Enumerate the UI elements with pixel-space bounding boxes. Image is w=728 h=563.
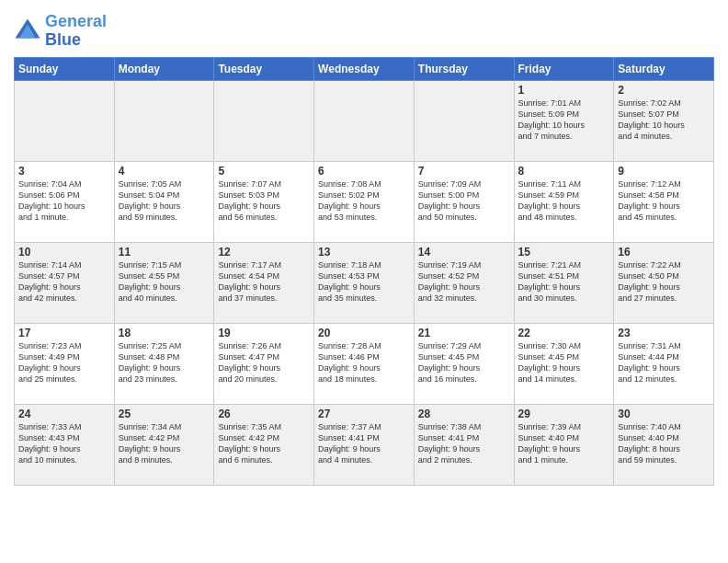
day-info: Sunrise: 7:28 AM Sunset: 4:46 PM Dayligh… bbox=[318, 340, 410, 385]
day-number: 27 bbox=[318, 408, 410, 420]
day-info: Sunrise: 7:38 AM Sunset: 4:41 PM Dayligh… bbox=[418, 421, 510, 466]
day-number: 12 bbox=[218, 246, 310, 259]
calendar-day-cell: 8Sunrise: 7:11 AM Sunset: 4:59 PM Daylig… bbox=[514, 161, 614, 242]
calendar-week-row: 10Sunrise: 7:14 AM Sunset: 4:57 PM Dayli… bbox=[15, 242, 714, 323]
calendar-day-cell: 21Sunrise: 7:29 AM Sunset: 4:45 PM Dayli… bbox=[414, 323, 514, 404]
day-info: Sunrise: 7:21 AM Sunset: 4:51 PM Dayligh… bbox=[518, 259, 610, 304]
day-number: 2 bbox=[618, 84, 710, 97]
day-info: Sunrise: 7:14 AM Sunset: 4:57 PM Dayligh… bbox=[18, 259, 110, 304]
weekday-header: Tuesday bbox=[214, 57, 314, 80]
day-number: 29 bbox=[518, 408, 610, 420]
day-number: 6 bbox=[318, 165, 410, 178]
day-number: 24 bbox=[18, 408, 110, 420]
calendar-day-cell: 26Sunrise: 7:35 AM Sunset: 4:42 PM Dayli… bbox=[214, 404, 314, 485]
day-number: 19 bbox=[218, 327, 310, 339]
day-info: Sunrise: 7:05 AM Sunset: 5:04 PM Dayligh… bbox=[119, 178, 210, 224]
day-number: 10 bbox=[18, 246, 110, 259]
calendar-day-cell: 22Sunrise: 7:30 AM Sunset: 4:45 PM Dayli… bbox=[514, 323, 614, 404]
day-number: 18 bbox=[119, 327, 210, 339]
day-info: Sunrise: 7:15 AM Sunset: 4:55 PM Dayligh… bbox=[119, 259, 210, 304]
day-number: 13 bbox=[318, 246, 410, 259]
calendar-day-cell: 2Sunrise: 7:02 AM Sunset: 5:07 PM Daylig… bbox=[614, 80, 714, 161]
calendar-day-cell: 19Sunrise: 7:26 AM Sunset: 4:47 PM Dayli… bbox=[214, 323, 314, 404]
day-info: Sunrise: 7:01 AM Sunset: 5:09 PM Dayligh… bbox=[518, 98, 610, 143]
day-info: Sunrise: 7:02 AM Sunset: 5:07 PM Dayligh… bbox=[618, 98, 710, 143]
day-number: 11 bbox=[119, 246, 210, 259]
day-number: 1 bbox=[518, 84, 610, 97]
day-info: Sunrise: 7:07 AM Sunset: 5:03 PM Dayligh… bbox=[218, 178, 310, 224]
day-number: 26 bbox=[218, 408, 310, 420]
calendar-day-cell: 11Sunrise: 7:15 AM Sunset: 4:55 PM Dayli… bbox=[114, 242, 214, 323]
day-info: Sunrise: 7:23 AM Sunset: 4:49 PM Dayligh… bbox=[18, 340, 110, 385]
calendar-day-cell: 16Sunrise: 7:22 AM Sunset: 4:50 PM Dayli… bbox=[614, 242, 714, 323]
calendar-week-row: 1Sunrise: 7:01 AM Sunset: 5:09 PM Daylig… bbox=[15, 80, 714, 161]
day-info: Sunrise: 7:25 AM Sunset: 4:48 PM Dayligh… bbox=[119, 340, 210, 385]
calendar-day-cell: 5Sunrise: 7:07 AM Sunset: 5:03 PM Daylig… bbox=[214, 161, 314, 242]
day-number: 7 bbox=[418, 165, 510, 178]
weekday-header: Saturday bbox=[614, 57, 714, 80]
day-info: Sunrise: 7:09 AM Sunset: 5:00 PM Dayligh… bbox=[418, 178, 510, 224]
calendar-day-cell: 13Sunrise: 7:18 AM Sunset: 4:53 PM Dayli… bbox=[314, 242, 415, 323]
calendar-day-cell: 27Sunrise: 7:37 AM Sunset: 4:41 PM Dayli… bbox=[314, 404, 415, 485]
day-number: 3 bbox=[18, 165, 110, 178]
calendar-day-cell: 9Sunrise: 7:12 AM Sunset: 4:58 PM Daylig… bbox=[614, 161, 714, 242]
calendar-day-cell: 18Sunrise: 7:25 AM Sunset: 4:48 PM Dayli… bbox=[114, 323, 214, 404]
calendar-day-cell: 20Sunrise: 7:28 AM Sunset: 4:46 PM Dayli… bbox=[314, 323, 415, 404]
calendar-day-cell bbox=[114, 80, 214, 161]
day-number: 8 bbox=[518, 165, 610, 178]
day-info: Sunrise: 7:37 AM Sunset: 4:41 PM Dayligh… bbox=[318, 421, 410, 466]
calendar-day-cell bbox=[214, 80, 314, 161]
calendar-week-row: 24Sunrise: 7:33 AM Sunset: 4:43 PM Dayli… bbox=[15, 404, 714, 485]
day-number: 28 bbox=[418, 408, 510, 420]
calendar-week-row: 3Sunrise: 7:04 AM Sunset: 5:06 PM Daylig… bbox=[15, 161, 714, 242]
page-container: General Blue SundayMondayTuesdayWednesda… bbox=[0, 0, 728, 495]
calendar-day-cell: 7Sunrise: 7:09 AM Sunset: 5:00 PM Daylig… bbox=[414, 161, 514, 242]
day-number: 21 bbox=[418, 327, 510, 339]
day-number: 30 bbox=[618, 408, 710, 420]
day-info: Sunrise: 7:40 AM Sunset: 4:40 PM Dayligh… bbox=[618, 421, 710, 466]
day-info: Sunrise: 7:22 AM Sunset: 4:50 PM Dayligh… bbox=[618, 259, 710, 304]
calendar-day-cell: 3Sunrise: 7:04 AM Sunset: 5:06 PM Daylig… bbox=[15, 161, 115, 242]
calendar-table: SundayMondayTuesdayWednesdayThursdayFrid… bbox=[14, 57, 714, 486]
day-info: Sunrise: 7:12 AM Sunset: 4:58 PM Dayligh… bbox=[618, 178, 710, 224]
logo: General Blue bbox=[14, 13, 107, 50]
day-info: Sunrise: 7:08 AM Sunset: 5:02 PM Dayligh… bbox=[318, 178, 410, 224]
logo-text: General Blue bbox=[45, 13, 107, 50]
calendar-day-cell: 30Sunrise: 7:40 AM Sunset: 4:40 PM Dayli… bbox=[614, 404, 714, 485]
calendar-day-cell bbox=[314, 80, 415, 161]
calendar-day-cell: 6Sunrise: 7:08 AM Sunset: 5:02 PM Daylig… bbox=[314, 161, 415, 242]
logo-icon bbox=[14, 17, 41, 45]
day-info: Sunrise: 7:11 AM Sunset: 4:59 PM Dayligh… bbox=[518, 178, 610, 224]
day-info: Sunrise: 7:19 AM Sunset: 4:52 PM Dayligh… bbox=[418, 259, 510, 304]
weekday-header: Friday bbox=[514, 57, 614, 80]
calendar-day-cell: 14Sunrise: 7:19 AM Sunset: 4:52 PM Dayli… bbox=[414, 242, 514, 323]
day-number: 15 bbox=[518, 246, 610, 259]
calendar-day-cell: 4Sunrise: 7:05 AM Sunset: 5:04 PM Daylig… bbox=[114, 161, 214, 242]
day-number: 4 bbox=[119, 165, 210, 178]
day-number: 17 bbox=[18, 327, 110, 339]
calendar-day-cell: 12Sunrise: 7:17 AM Sunset: 4:54 PM Dayli… bbox=[214, 242, 314, 323]
day-info: Sunrise: 7:04 AM Sunset: 5:06 PM Dayligh… bbox=[18, 178, 110, 224]
calendar-day-cell: 24Sunrise: 7:33 AM Sunset: 4:43 PM Dayli… bbox=[15, 404, 115, 485]
day-number: 23 bbox=[618, 327, 710, 339]
calendar-day-cell: 29Sunrise: 7:39 AM Sunset: 4:40 PM Dayli… bbox=[514, 404, 614, 485]
weekday-header: Wednesday bbox=[314, 57, 415, 80]
day-info: Sunrise: 7:35 AM Sunset: 4:42 PM Dayligh… bbox=[218, 421, 310, 466]
calendar-week-row: 17Sunrise: 7:23 AM Sunset: 4:49 PM Dayli… bbox=[15, 323, 714, 404]
day-number: 9 bbox=[618, 165, 710, 178]
weekday-header: Thursday bbox=[414, 57, 514, 80]
calendar-day-cell: 10Sunrise: 7:14 AM Sunset: 4:57 PM Dayli… bbox=[15, 242, 115, 323]
day-info: Sunrise: 7:18 AM Sunset: 4:53 PM Dayligh… bbox=[318, 259, 410, 304]
day-info: Sunrise: 7:29 AM Sunset: 4:45 PM Dayligh… bbox=[418, 340, 510, 385]
weekday-header: Monday bbox=[114, 57, 214, 80]
day-info: Sunrise: 7:17 AM Sunset: 4:54 PM Dayligh… bbox=[218, 259, 310, 304]
day-number: 16 bbox=[618, 246, 710, 259]
calendar-day-cell: 23Sunrise: 7:31 AM Sunset: 4:44 PM Dayli… bbox=[614, 323, 714, 404]
day-number: 22 bbox=[518, 327, 610, 339]
header: General Blue bbox=[14, 9, 714, 50]
day-info: Sunrise: 7:30 AM Sunset: 4:45 PM Dayligh… bbox=[518, 340, 610, 385]
calendar-day-cell bbox=[15, 80, 115, 161]
weekday-header: Sunday bbox=[15, 57, 115, 80]
day-info: Sunrise: 7:39 AM Sunset: 4:40 PM Dayligh… bbox=[518, 421, 610, 466]
day-number: 5 bbox=[218, 165, 310, 178]
